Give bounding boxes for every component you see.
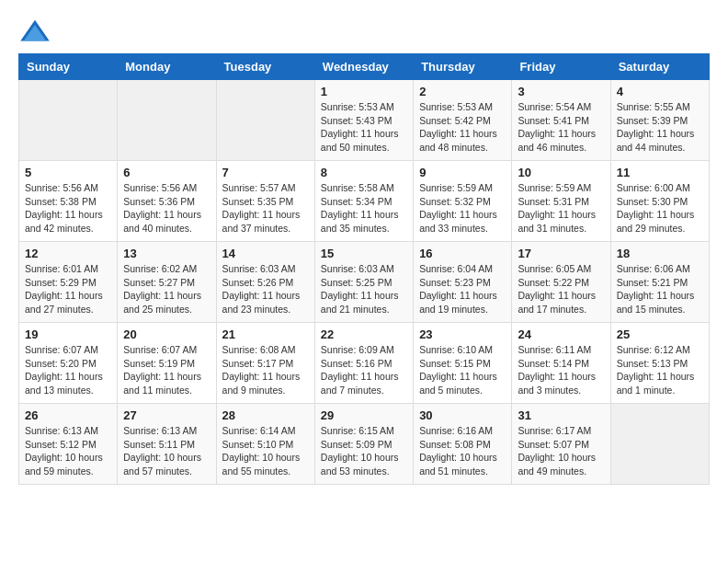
- day-number: 20: [123, 327, 210, 341]
- day-number: 27: [123, 408, 210, 422]
- calendar-week-3: 12Sunrise: 6:01 AM Sunset: 5:29 PM Dayli…: [19, 242, 710, 323]
- day-info: Sunrise: 5:53 AM Sunset: 5:42 PM Dayligh…: [419, 100, 506, 155]
- calendar-cell: 30Sunrise: 6:16 AM Sunset: 5:08 PM Dayli…: [414, 404, 512, 485]
- day-number: 23: [419, 327, 506, 341]
- calendar-cell: 6Sunrise: 5:56 AM Sunset: 5:36 PM Daylig…: [118, 161, 216, 242]
- day-info: Sunrise: 6:00 AM Sunset: 5:30 PM Dayligh…: [617, 181, 703, 236]
- calendar-cell: 14Sunrise: 6:03 AM Sunset: 5:26 PM Dayli…: [216, 242, 314, 323]
- day-number: 5: [25, 166, 111, 179]
- calendar-cell: [19, 80, 118, 161]
- day-number: 22: [321, 327, 407, 341]
- calendar-cell: 16Sunrise: 6:04 AM Sunset: 5:23 PM Dayli…: [414, 242, 512, 323]
- weekday-header-sunday: Sunday: [19, 54, 118, 80]
- calendar-cell: 21Sunrise: 6:08 AM Sunset: 5:17 PM Dayli…: [216, 323, 314, 404]
- calendar-cell: 13Sunrise: 6:02 AM Sunset: 5:27 PM Dayli…: [118, 242, 216, 323]
- calendar-cell: 29Sunrise: 6:15 AM Sunset: 5:09 PM Dayli…: [314, 404, 413, 485]
- day-info: Sunrise: 6:16 AM Sunset: 5:08 PM Dayligh…: [419, 424, 506, 478]
- day-number: 4: [617, 85, 703, 98]
- calendar-header: SundayMondayTuesdayWednesdayThursdayFrid…: [19, 54, 710, 80]
- day-info: Sunrise: 6:17 AM Sunset: 5:07 PM Dayligh…: [518, 424, 604, 478]
- calendar-cell: 24Sunrise: 6:11 AM Sunset: 5:14 PM Dayli…: [512, 323, 610, 404]
- logo: [18, 18, 55, 44]
- day-info: Sunrise: 5:56 AM Sunset: 5:36 PM Dayligh…: [123, 181, 210, 236]
- weekday-header-tuesday: Tuesday: [216, 54, 314, 80]
- calendar-cell: 12Sunrise: 6:01 AM Sunset: 5:29 PM Dayli…: [19, 242, 118, 323]
- day-info: Sunrise: 6:08 AM Sunset: 5:17 PM Dayligh…: [222, 343, 309, 397]
- day-number: 17: [518, 247, 604, 260]
- day-number: 3: [518, 85, 604, 98]
- calendar-cell: 27Sunrise: 6:13 AM Sunset: 5:11 PM Dayli…: [118, 404, 216, 485]
- day-info: Sunrise: 6:13 AM Sunset: 5:11 PM Dayligh…: [123, 424, 210, 478]
- day-number: 21: [222, 327, 309, 341]
- calendar-cell: [610, 404, 709, 485]
- day-info: Sunrise: 5:58 AM Sunset: 5:34 PM Dayligh…: [321, 181, 407, 236]
- calendar-cell: 22Sunrise: 6:09 AM Sunset: 5:16 PM Dayli…: [314, 323, 413, 404]
- day-info: Sunrise: 6:14 AM Sunset: 5:10 PM Dayligh…: [222, 424, 309, 478]
- header: [18, 18, 710, 44]
- day-info: Sunrise: 6:06 AM Sunset: 5:21 PM Dayligh…: [617, 262, 703, 316]
- weekday-header-thursday: Thursday: [414, 54, 512, 80]
- calendar-cell: 15Sunrise: 6:03 AM Sunset: 5:25 PM Dayli…: [314, 242, 413, 323]
- calendar-cell: 1Sunrise: 5:53 AM Sunset: 5:43 PM Daylig…: [314, 80, 413, 161]
- weekday-header-friday: Friday: [512, 54, 610, 80]
- calendar-body: 1Sunrise: 5:53 AM Sunset: 5:43 PM Daylig…: [19, 80, 710, 485]
- day-number: 24: [518, 327, 604, 341]
- weekday-header-monday: Monday: [118, 54, 216, 80]
- day-info: Sunrise: 6:04 AM Sunset: 5:23 PM Dayligh…: [419, 262, 506, 316]
- day-number: 1: [321, 85, 407, 98]
- day-number: 11: [617, 166, 703, 179]
- day-info: Sunrise: 6:11 AM Sunset: 5:14 PM Dayligh…: [518, 343, 604, 397]
- calendar-cell: 11Sunrise: 6:00 AM Sunset: 5:30 PM Dayli…: [610, 161, 709, 242]
- calendar-week-2: 5Sunrise: 5:56 AM Sunset: 5:38 PM Daylig…: [19, 161, 710, 242]
- day-info: Sunrise: 6:03 AM Sunset: 5:25 PM Dayligh…: [321, 262, 407, 316]
- logo-icon: [18, 18, 51, 44]
- calendar-cell: 4Sunrise: 5:55 AM Sunset: 5:39 PM Daylig…: [610, 80, 709, 161]
- calendar-cell: 18Sunrise: 6:06 AM Sunset: 5:21 PM Dayli…: [610, 242, 709, 323]
- day-number: 25: [617, 327, 703, 341]
- calendar-cell: 2Sunrise: 5:53 AM Sunset: 5:42 PM Daylig…: [414, 80, 512, 161]
- calendar-cell: 26Sunrise: 6:13 AM Sunset: 5:12 PM Dayli…: [19, 404, 118, 485]
- calendar-cell: 5Sunrise: 5:56 AM Sunset: 5:38 PM Daylig…: [19, 161, 118, 242]
- day-info: Sunrise: 6:10 AM Sunset: 5:15 PM Dayligh…: [419, 343, 506, 397]
- weekday-header-saturday: Saturday: [610, 54, 709, 80]
- calendar-cell: 8Sunrise: 5:58 AM Sunset: 5:34 PM Daylig…: [314, 161, 413, 242]
- day-info: Sunrise: 5:55 AM Sunset: 5:39 PM Dayligh…: [617, 100, 703, 155]
- day-number: 19: [25, 327, 111, 341]
- page-wrapper: SundayMondayTuesdayWednesdayThursdayFrid…: [18, 18, 710, 485]
- calendar-cell: 17Sunrise: 6:05 AM Sunset: 5:22 PM Dayli…: [512, 242, 610, 323]
- calendar-cell: 25Sunrise: 6:12 AM Sunset: 5:13 PM Dayli…: [610, 323, 709, 404]
- day-info: Sunrise: 5:57 AM Sunset: 5:35 PM Dayligh…: [222, 181, 309, 236]
- calendar-cell: 10Sunrise: 5:59 AM Sunset: 5:31 PM Dayli…: [512, 161, 610, 242]
- day-number: 9: [419, 166, 506, 179]
- day-number: 13: [123, 247, 210, 260]
- calendar-cell: 19Sunrise: 6:07 AM Sunset: 5:20 PM Dayli…: [19, 323, 118, 404]
- day-number: 18: [617, 247, 703, 260]
- day-info: Sunrise: 6:12 AM Sunset: 5:13 PM Dayligh…: [617, 343, 703, 397]
- day-info: Sunrise: 6:01 AM Sunset: 5:29 PM Dayligh…: [25, 262, 111, 316]
- day-info: Sunrise: 6:02 AM Sunset: 5:27 PM Dayligh…: [123, 262, 210, 316]
- calendar-cell: 28Sunrise: 6:14 AM Sunset: 5:10 PM Dayli…: [216, 404, 314, 485]
- day-number: 29: [321, 408, 407, 422]
- day-info: Sunrise: 6:13 AM Sunset: 5:12 PM Dayligh…: [25, 424, 111, 478]
- calendar-cell: 9Sunrise: 5:59 AM Sunset: 5:32 PM Daylig…: [414, 161, 512, 242]
- day-number: 15: [321, 247, 407, 260]
- calendar-cell: 7Sunrise: 5:57 AM Sunset: 5:35 PM Daylig…: [216, 161, 314, 242]
- day-number: 7: [222, 166, 309, 179]
- day-info: Sunrise: 6:07 AM Sunset: 5:19 PM Dayligh…: [123, 343, 210, 397]
- day-info: Sunrise: 6:09 AM Sunset: 5:16 PM Dayligh…: [321, 343, 407, 397]
- day-info: Sunrise: 5:53 AM Sunset: 5:43 PM Dayligh…: [321, 100, 407, 155]
- day-number: 2: [419, 85, 506, 98]
- day-info: Sunrise: 5:59 AM Sunset: 5:31 PM Dayligh…: [518, 181, 604, 236]
- day-number: 30: [419, 408, 506, 422]
- day-number: 6: [123, 166, 210, 179]
- day-number: 10: [518, 166, 604, 179]
- day-info: Sunrise: 5:54 AM Sunset: 5:41 PM Dayligh…: [518, 100, 604, 155]
- day-info: Sunrise: 6:07 AM Sunset: 5:20 PM Dayligh…: [25, 343, 111, 397]
- day-info: Sunrise: 5:56 AM Sunset: 5:38 PM Dayligh…: [25, 181, 111, 236]
- day-number: 8: [321, 166, 407, 179]
- day-info: Sunrise: 5:59 AM Sunset: 5:32 PM Dayligh…: [419, 181, 506, 236]
- day-info: Sunrise: 6:03 AM Sunset: 5:26 PM Dayligh…: [222, 262, 309, 316]
- calendar-cell: [118, 80, 216, 161]
- calendar-cell: 23Sunrise: 6:10 AM Sunset: 5:15 PM Dayli…: [414, 323, 512, 404]
- day-number: 28: [222, 408, 309, 422]
